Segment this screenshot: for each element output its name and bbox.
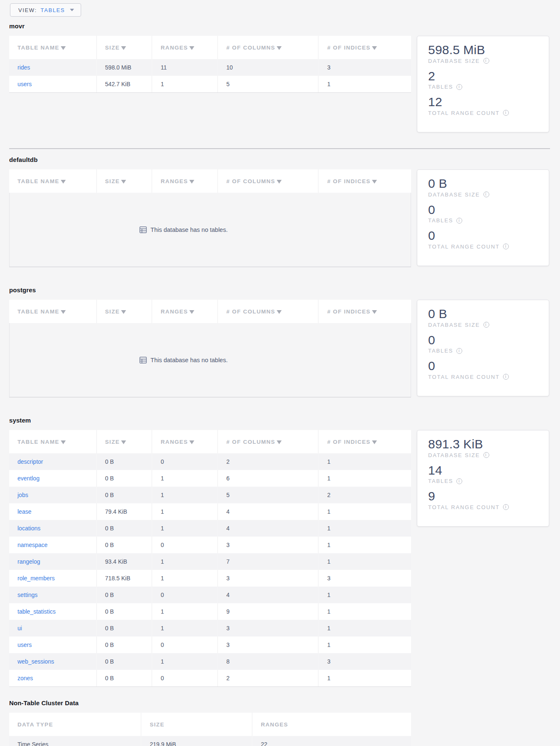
tables-table: TABLE NAMESIZERANGES# OF COLUMNS# OF IND… (9, 36, 411, 93)
columns-count-cell: 10 (218, 59, 318, 76)
table-name-link[interactable]: eventlog (17, 475, 40, 482)
column-header-label: # OF INDICES (327, 308, 370, 315)
table-name-link[interactable]: descriptor (17, 458, 43, 465)
tables-column-header--of-columns[interactable]: # OF COLUMNS (218, 300, 318, 323)
columns-count-cell: 3 (218, 537, 318, 553)
column-header-label: RANGES (261, 721, 288, 728)
info-icon[interactable]: i (483, 58, 489, 64)
indices-count-cell: 1 (319, 453, 411, 470)
column-header-label: # OF INDICES (327, 45, 370, 51)
size-cell: 219.9 MiB (141, 736, 252, 746)
ranges-cell: 0 (152, 670, 217, 686)
tables-column-header-table-name[interactable]: TABLE NAME (9, 169, 96, 193)
table-name-link[interactable]: ui (17, 625, 22, 632)
ranges-cell: 1 (152, 553, 217, 570)
table-name-cell: namespace (9, 537, 96, 553)
info-icon[interactable]: i (503, 504, 509, 510)
table-name-link[interactable]: zones (17, 675, 33, 681)
table-name-cell: jobs (9, 487, 96, 503)
info-icon[interactable]: i (483, 191, 489, 197)
total-range-count-stat: 0TOTAL RANGE COUNTi (428, 229, 540, 250)
info-icon[interactable]: i (503, 374, 509, 380)
table-name-link[interactable]: users (17, 81, 32, 87)
indices-count-cell: 3 (319, 570, 411, 587)
table-name-cell: role_members (9, 570, 96, 587)
indices-count-cell: 1 (319, 603, 411, 620)
info-icon[interactable]: i (483, 452, 489, 458)
tables-column-header-size[interactable]: SIZE (97, 430, 152, 453)
table-row: settings0 B041 (9, 587, 411, 603)
tables-column-header--of-columns[interactable]: # OF COLUMNS (218, 169, 318, 193)
tables-column-header-ranges[interactable]: RANGES (152, 300, 217, 323)
size-cell: 0 B (97, 603, 152, 620)
columns-count-cell: 4 (218, 520, 318, 537)
database-size-label-text: DATABASE SIZE (428, 191, 480, 198)
table-name-link[interactable]: rides (17, 64, 30, 71)
tables-column-header-table-name[interactable]: TABLE NAME (9, 36, 96, 59)
tables-column-header--of-indices[interactable]: # OF INDICES (319, 430, 411, 453)
table-name-cell: rides (9, 59, 96, 76)
tables-column-header-size[interactable]: SIZE (97, 169, 152, 193)
table-area: TABLE NAMESIZERANGES# OF COLUMNS# OF IND… (9, 300, 411, 398)
column-header-label: SIZE (105, 178, 120, 184)
sort-desc-icon (121, 46, 126, 50)
info-icon[interactable]: i (456, 478, 462, 484)
tables-column-header--of-columns[interactable]: # OF COLUMNS (218, 430, 318, 453)
table-row: descriptor0 B021 (9, 453, 411, 470)
table-name-link[interactable]: role_members (17, 575, 55, 582)
sort-desc-icon (189, 180, 194, 184)
total-range-count-value: 0 (428, 229, 540, 243)
tables-column-header-ranges[interactable]: RANGES (152, 169, 217, 193)
table-name-cell: web_sessions (9, 653, 96, 670)
table-name-link[interactable]: locations (17, 525, 40, 532)
size-cell: 0 B (97, 487, 152, 503)
section-body: TABLE NAMESIZERANGES# OF COLUMNS# OF IND… (9, 169, 551, 267)
tables-column-header-size[interactable]: SIZE (97, 36, 152, 59)
indices-count-cell: 1 (319, 553, 411, 570)
tables-column-header--of-indices[interactable]: # OF INDICES (319, 36, 411, 59)
table-name-link[interactable]: jobs (17, 492, 28, 498)
database-size-stat: 0 BDATABASE SIZEi (428, 307, 540, 328)
info-icon[interactable]: i (456, 84, 462, 90)
table-name-link[interactable]: lease (17, 508, 31, 515)
non-table-cluster-data-title: Non-Table Cluster Data (9, 699, 551, 706)
sort-desc-icon (372, 440, 377, 444)
column-header-label: # OF COLUMNS (226, 439, 275, 445)
database-size-stat: 598.5 MiBDATABASE SIZEi (428, 43, 540, 64)
total-range-count-label: TOTAL RANGE COUNTi (428, 110, 540, 116)
columns-count-cell: 9 (218, 603, 318, 620)
sort-desc-icon (61, 46, 66, 50)
info-icon[interactable]: i (456, 218, 462, 224)
table-name-cell: zones (9, 670, 96, 686)
table-name-link[interactable]: users (17, 642, 32, 648)
tables-column-header--of-indices[interactable]: # OF INDICES (319, 300, 411, 323)
tables-column-header--of-indices[interactable]: # OF INDICES (319, 169, 411, 193)
info-icon[interactable]: i (503, 244, 509, 249)
tables-column-header-ranges[interactable]: RANGES (152, 36, 217, 59)
table-icon (139, 226, 147, 234)
tables-column-header-table-name[interactable]: TABLE NAME (9, 300, 96, 323)
info-icon[interactable]: i (456, 348, 462, 354)
tables-column-header-ranges[interactable]: RANGES (152, 430, 217, 453)
info-icon[interactable]: i (503, 110, 509, 116)
tables-column-header--of-columns[interactable]: # OF COLUMNS (218, 36, 318, 59)
tables-table: TABLE NAMESIZERANGES# OF COLUMNS# OF IND… (9, 169, 411, 267)
column-header-label: RANGES (161, 439, 188, 445)
view-selector-dropdown[interactable]: VIEW: TABLES (10, 3, 81, 17)
total-range-count-label: TOTAL RANGE COUNTi (428, 374, 540, 380)
table-name-cell: descriptor (9, 453, 96, 470)
column-header-label: RANGES (161, 308, 188, 315)
table-count-stat: 14TABLESi (428, 463, 540, 485)
total-range-count-label: TOTAL RANGE COUNTi (428, 244, 540, 250)
table-name-link[interactable]: rangelog (17, 558, 40, 565)
table-name-link[interactable]: table_statistics (17, 608, 56, 615)
tables-column-header-table-name[interactable]: TABLE NAME (9, 430, 96, 453)
table-name-cell: eventlog (9, 470, 96, 487)
table-name-link[interactable]: settings (17, 592, 37, 598)
ranges-cell: 0 (152, 537, 217, 553)
table-name-link[interactable]: web_sessions (17, 658, 54, 665)
table-name-link[interactable]: namespace (17, 542, 47, 548)
columns-count-cell: 4 (218, 587, 318, 603)
info-icon[interactable]: i (483, 322, 489, 328)
tables-column-header-size[interactable]: SIZE (97, 300, 152, 323)
